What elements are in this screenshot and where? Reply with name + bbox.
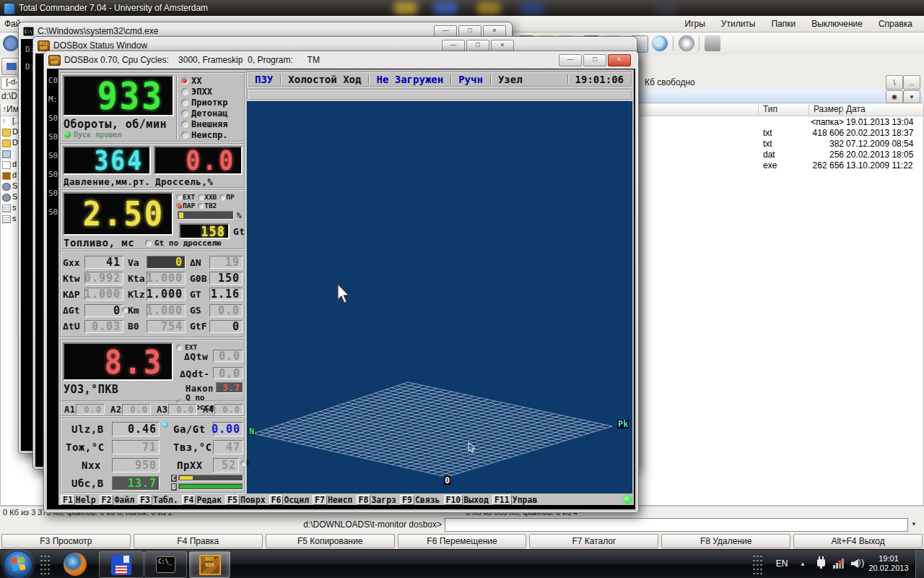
radio-icon[interactable] bbox=[181, 88, 188, 95]
radio-icon[interactable] bbox=[181, 99, 188, 106]
fkey-altf4-exit[interactable]: Alt+F4 Выход bbox=[793, 534, 923, 548]
tc-titlebar[interactable]: Total Commander 7.04 - University of Ams… bbox=[0, 0, 924, 16]
glass-reflection bbox=[433, 1, 458, 14]
fkey-f5-copy[interactable]: F5 Копирование bbox=[266, 534, 395, 548]
tm-surface-plot[interactable]: N Pk 0 bbox=[247, 101, 632, 493]
toolbar-separator bbox=[699, 36, 699, 51]
mode-vneshnyaya[interactable]: Внешняя bbox=[181, 119, 228, 129]
column-header-type[interactable]: Тип bbox=[763, 104, 777, 114]
radio-icon[interactable] bbox=[145, 240, 152, 246]
tm-fkey-f10[interactable]: F10Выход bbox=[444, 495, 489, 505]
e-radio[interactable]: E bbox=[240, 460, 250, 467]
tm-fkey-f3[interactable]: F3Табл. bbox=[138, 495, 178, 505]
close-button[interactable]: × bbox=[608, 54, 631, 66]
radio-icon[interactable] bbox=[219, 194, 225, 200]
radio-icon[interactable] bbox=[181, 110, 188, 117]
toolbar-cd-icon[interactable] bbox=[679, 35, 694, 51]
fkey-f8-delete[interactable]: F8 Удаление bbox=[661, 534, 790, 548]
fuel-src-row1[interactable]: EXT ХХВ ПР bbox=[176, 193, 235, 201]
mode-priotkr[interactable]: Приоткр bbox=[181, 98, 228, 108]
dosbox-titlebar[interactable]: DOSBOX DOSBox 0.70, Cpu Cycles: 3000, Fr… bbox=[48, 53, 320, 66]
tm-fkey-f2[interactable]: F2Файл bbox=[100, 495, 135, 505]
tm-menu-node[interactable]: Узел bbox=[491, 74, 530, 85]
star-button[interactable]: ✱ bbox=[886, 90, 903, 103]
gt-by-throttle-radio[interactable]: Gt по дросселю bbox=[145, 238, 222, 248]
tm-menu-idle[interactable]: Холостой Ход bbox=[281, 74, 368, 85]
mode-detonац[interactable]: Детонац bbox=[181, 108, 228, 118]
tm-menu-pzu[interactable]: ПЗУ bbox=[248, 74, 280, 85]
column-separator[interactable] bbox=[758, 105, 759, 115]
fkey-f3-view[interactable]: F3 Просмотр bbox=[1, 534, 131, 548]
tm-menu-manual[interactable]: Ручн bbox=[451, 74, 490, 85]
taskbar-dosbox-button[interactable]: DOSBOX bbox=[189, 551, 230, 578]
parent-dir-button[interactable]: .. bbox=[903, 75, 920, 90]
tm-fkey-f7[interactable]: F7Неисп bbox=[313, 495, 352, 505]
param-radio-icon[interactable] bbox=[122, 307, 128, 313]
mode-xx[interactable]: ХХ bbox=[181, 76, 201, 86]
tc-menu-shutdown[interactable]: Выключение bbox=[811, 19, 863, 29]
tm-fkey-f9[interactable]: F9Связь bbox=[400, 495, 440, 505]
param-value: 0 bbox=[209, 320, 243, 333]
tc-menu-utilities[interactable]: Утилиты bbox=[721, 19, 756, 29]
radio-icon[interactable] bbox=[198, 194, 204, 200]
taskbar-totalcmd-button[interactable] bbox=[99, 551, 144, 578]
toolbar-globe-disk-icon[interactable] bbox=[652, 35, 668, 51]
left-path[interactable]: d:\D bbox=[1, 91, 17, 101]
maximize-button[interactable]: □ bbox=[583, 54, 606, 66]
column-separator[interactable] bbox=[808, 105, 809, 115]
column-header-size[interactable]: Размер bbox=[814, 104, 843, 114]
column-separator[interactable] bbox=[842, 105, 842, 115]
tc-menu-help[interactable]: Справка bbox=[879, 19, 912, 29]
radio-icon[interactable] bbox=[181, 121, 188, 128]
firefox-icon[interactable] bbox=[64, 553, 87, 576]
tm-fkey-f11[interactable]: F11Управ bbox=[492, 495, 537, 505]
tm-fkey-f5[interactable]: F5Поврх bbox=[225, 495, 265, 505]
tm-fkey-f1[interactable]: F1Help bbox=[61, 495, 96, 505]
tc-menu-folders[interactable]: Папки bbox=[771, 19, 796, 29]
param-value: 1.16 bbox=[209, 288, 243, 301]
radio-icon[interactable] bbox=[176, 345, 182, 350]
tray-expand-icon[interactable]: ▲ bbox=[800, 561, 806, 567]
taskbar-cmd-button[interactable]: C:\_ bbox=[144, 551, 187, 578]
fkey-f4-edit[interactable]: F4 Правка bbox=[134, 534, 263, 548]
radio-icon[interactable] bbox=[176, 203, 182, 209]
tray-volume-icon[interactable]: ) ) bbox=[851, 558, 864, 569]
tm-fkey-f8[interactable]: F8Загрз bbox=[357, 495, 396, 505]
tray-language[interactable]: EN bbox=[771, 559, 793, 569]
fkey-f7-mkdir[interactable]: F7 Каталог bbox=[529, 534, 658, 548]
minimize-button[interactable]: — bbox=[559, 54, 582, 66]
sh-bar-fill bbox=[180, 485, 242, 488]
uoz-ext-radio[interactable]: EXT bbox=[176, 343, 197, 351]
gear-icon[interactable] bbox=[3, 35, 19, 51]
tm-fkey-f6[interactable]: F6Осцил bbox=[269, 495, 309, 505]
dosbox-window[interactable]: DOSBOX DOSBox 0.70, Cpu Cycles: 3000, Fr… bbox=[43, 51, 639, 513]
root-dir-button[interactable]: \ bbox=[886, 75, 903, 90]
uoz-display: 8.3 bbox=[63, 342, 173, 381]
fuel-src-row2[interactable]: ПАР ТВ2 bbox=[176, 202, 217, 210]
start-button[interactable] bbox=[4, 551, 32, 578]
tc-command-row: d:\DOWNLOADS\t-monitor dosbox> ▼ bbox=[0, 517, 924, 533]
tray-clock[interactable]: 19:01 20.02.2013 bbox=[866, 554, 911, 573]
radio-icon[interactable] bbox=[181, 131, 188, 139]
radio-icon[interactable] bbox=[240, 461, 245, 466]
command-history-dropdown-icon[interactable]: ▼ bbox=[911, 521, 917, 527]
tm-fkey-f4[interactable]: F4Редак bbox=[182, 495, 222, 505]
command-input[interactable] bbox=[445, 518, 908, 532]
column-header-date[interactable]: Дата bbox=[846, 104, 866, 114]
tm-menu-notloaded[interactable]: Не Загружен bbox=[369, 74, 450, 85]
mode-epxx[interactable]: ЭПХХ bbox=[181, 87, 212, 97]
radio-icon[interactable] bbox=[176, 194, 182, 200]
show-desktop-button[interactable] bbox=[915, 550, 924, 578]
tray-power-icon[interactable] bbox=[816, 556, 826, 569]
radio-icon[interactable] bbox=[181, 77, 188, 85]
mode-neispr[interactable]: Неиспр. bbox=[181, 130, 228, 140]
left-column-header-name[interactable]: ↑Имя bbox=[1, 104, 19, 116]
console-text-fragment: S0 bbox=[48, 132, 58, 142]
fkey-f6-move[interactable]: F6 Перемещение bbox=[398, 534, 527, 548]
tray-network-icon[interactable]: × bbox=[833, 558, 846, 569]
toolbar-usb-icon[interactable] bbox=[705, 35, 720, 51]
history-dropdown-button[interactable]: ▼ bbox=[903, 90, 920, 103]
tc-menu-games[interactable]: Игры bbox=[685, 19, 705, 29]
file-name-fragment: s bbox=[12, 214, 17, 223]
radio-icon[interactable] bbox=[198, 203, 204, 209]
